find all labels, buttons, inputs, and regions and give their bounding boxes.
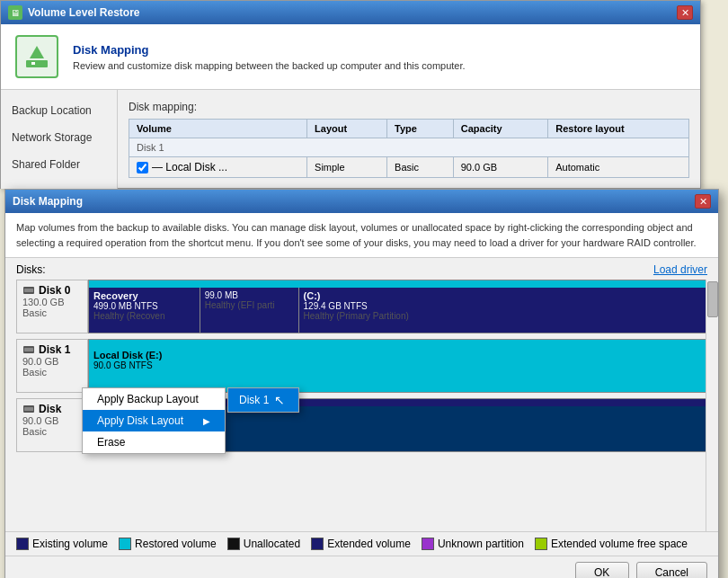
fg-disk-area: Disk 0 130.0 GB Basic Recovery 499.0 MB … xyxy=(5,280,718,531)
bg-titlebar: 🖥 Volume Level Restore ✕ xyxy=(1,1,700,24)
disk-2-label: Disk 90.0 GB Basic xyxy=(16,398,88,452)
partition-recovery[interactable]: Recovery 499.0 MB NTFS Healthy (Recoven xyxy=(89,288,200,333)
disk-0-size: 130.0 GB xyxy=(22,297,82,307)
svg-rect-8 xyxy=(24,407,33,411)
volume-name: — Local Disk ... xyxy=(152,161,227,173)
disk-0-name: Disk 0 xyxy=(22,284,82,297)
legend-restored-volume-box xyxy=(119,538,131,550)
disk-1-size: 90.0 GB xyxy=(22,356,82,367)
table-row: — Local Disk ... Simple Basic 90.0 GB Au… xyxy=(129,157,689,178)
sidebar-item-network-storage[interactable]: Network Storage xyxy=(1,124,117,151)
fg-legend: Existing volume Restored volume Unalloca… xyxy=(5,531,718,556)
bg-content: Disk mapping: Volume Layout Type Capacit… xyxy=(118,90,700,189)
bg-header-desc: Review and customize disk mapping betwee… xyxy=(73,60,466,71)
disk-2-icon xyxy=(22,403,35,415)
svg-rect-2 xyxy=(31,62,35,65)
context-menu: Apply Backup Layout Apply Disk Layout ▶ … xyxy=(82,387,226,454)
disk-2-name: Disk xyxy=(22,403,82,415)
disk-icon xyxy=(22,284,35,297)
disks-label: Disks: xyxy=(16,263,46,276)
disk-0-type: Basic xyxy=(22,307,82,318)
col-type: Type xyxy=(387,120,454,138)
bg-sidebar: Backup Location Network Storage Shared F… xyxy=(1,90,118,189)
context-apply-disk-layout[interactable]: Apply Disk Layout ▶ xyxy=(83,410,225,431)
disk-0-row: Disk 0 130.0 GB Basic Recovery 499.0 MB … xyxy=(16,280,707,333)
bg-window: 🖥 Volume Level Restore ✕ Disk Mapping Re… xyxy=(0,0,701,189)
disk-0-top-bar xyxy=(89,280,706,288)
bg-body: Backup Location Network Storage Shared F… xyxy=(1,90,700,189)
disk-2-type: Basic xyxy=(22,426,82,437)
col-layout: Layout xyxy=(307,120,387,138)
volume-checkbox[interactable] xyxy=(137,162,148,173)
legend-unallocated-box xyxy=(227,538,240,550)
submenu: Disk 1 ↖ xyxy=(227,387,299,413)
fg-buttons: OK Cancel xyxy=(5,556,718,578)
legend-unallocated: Unallocated xyxy=(227,538,300,550)
disk-2-size: 90.0 GB xyxy=(22,415,82,426)
fg-titlebar: Disk Mapping ✕ xyxy=(5,190,718,213)
partition-e[interactable]: Local Disk (E:) 90.0 GB NTFS xyxy=(89,347,706,392)
legend-unknown-partition-box xyxy=(422,538,434,550)
context-apply-backup-layout[interactable]: Apply Backup Layout xyxy=(83,388,225,410)
svg-marker-1 xyxy=(30,46,44,58)
legend-restored-volume-label: Restored volume xyxy=(135,538,217,550)
legend-extended-free-space-box xyxy=(535,538,547,550)
legend-extended-volume-box xyxy=(311,538,324,550)
disk-mapping-icon xyxy=(15,35,58,78)
svg-rect-6 xyxy=(24,348,33,351)
disk-0-parts-inner: Recovery 499.0 MB NTFS Healthy (Recoven … xyxy=(89,288,706,333)
load-driver-link[interactable]: Load driver xyxy=(653,263,707,276)
submenu-chevron: ▶ xyxy=(203,416,210,426)
bg-header: Disk Mapping Review and customize disk m… xyxy=(1,24,700,90)
scrollbar-thumb[interactable] xyxy=(707,281,718,317)
disk-1-icon xyxy=(22,343,35,356)
disk-0-label: Disk 0 130.0 GB Basic xyxy=(16,280,88,333)
window-icon: 🖥 xyxy=(8,5,22,20)
col-restore-layout: Restore layout xyxy=(548,120,689,138)
bg-close-button[interactable]: ✕ xyxy=(677,5,693,20)
fg-close-button[interactable]: ✕ xyxy=(695,194,711,209)
bg-titlebar-left: 🖥 Volume Level Restore xyxy=(8,5,140,20)
cancel-button[interactable]: Cancel xyxy=(636,562,707,578)
cursor-arrow: ↖ xyxy=(274,393,285,407)
sidebar-item-backup-location[interactable]: Backup Location xyxy=(1,97,117,124)
legend-restored-volume: Restored volume xyxy=(119,538,217,550)
scrollbar-track[interactable] xyxy=(706,280,718,531)
sidebar-item-shared-folder[interactable]: Shared Folder xyxy=(1,151,117,178)
fg-disks-header: Disks: Load driver xyxy=(5,258,718,280)
cell-restore-layout: Automatic xyxy=(548,157,689,178)
fg-info: Map volumes from the backup to available… xyxy=(5,213,718,258)
partition-efi[interactable]: 99.0 MB Healthy (EFI parti xyxy=(200,288,299,333)
disk-1-partitions: Local Disk (E:) 90.0 GB NTFS xyxy=(88,339,707,393)
fg-dialog: Disk Mapping ✕ Map volumes from the back… xyxy=(4,189,719,578)
partition-c[interactable]: (C:) 129.4 GB NTFS Healthy (Primary Part… xyxy=(299,288,706,333)
legend-existing-volume-label: Existing volume xyxy=(32,538,108,550)
disk-mapping-label: Disk mapping: xyxy=(129,101,689,113)
cell-layout: Simple xyxy=(307,157,387,178)
legend-unknown-partition: Unknown partition xyxy=(422,538,524,550)
disk-1-row: Disk 1 90.0 GB Basic Local Disk (E:) 90.… xyxy=(16,339,707,393)
ok-button[interactable]: OK xyxy=(575,562,629,578)
legend-existing-volume: Existing volume xyxy=(16,538,108,550)
submenu-disk1[interactable]: Disk 1 ↖ xyxy=(228,388,298,412)
disk1-row: Disk 1 xyxy=(129,138,689,157)
bg-header-text: Disk Mapping Review and customize disk m… xyxy=(73,43,466,71)
disk-1-name: Disk 1 xyxy=(22,343,82,356)
cell-capacity: 90.0 GB xyxy=(453,157,547,178)
disk-map-table: Volume Layout Type Capacity Restore layo… xyxy=(129,119,689,178)
legend-extended-free-space: Extended volume free space xyxy=(535,538,688,550)
disk-1-parts-inner: Local Disk (E:) 90.0 GB NTFS xyxy=(89,347,706,392)
legend-extended-free-space-label: Extended volume free space xyxy=(551,538,688,550)
legend-extended-volume-label: Extended volume xyxy=(327,538,411,550)
svg-rect-0 xyxy=(26,60,48,67)
bg-window-title: Volume Level Restore xyxy=(28,6,140,19)
cell-volume: — Local Disk ... xyxy=(129,157,307,178)
col-capacity: Capacity xyxy=(453,120,547,138)
context-erase[interactable]: Erase xyxy=(83,431,225,453)
disk-0-partitions: Recovery 499.0 MB NTFS Healthy (Recoven … xyxy=(88,280,707,333)
legend-existing-volume-box xyxy=(16,538,29,550)
legend-extended-volume: Extended volume xyxy=(311,538,411,550)
cell-type: Basic xyxy=(387,157,454,178)
legend-unknown-partition-label: Unknown partition xyxy=(438,538,524,550)
legend-unallocated-label: Unallocated xyxy=(244,538,300,550)
